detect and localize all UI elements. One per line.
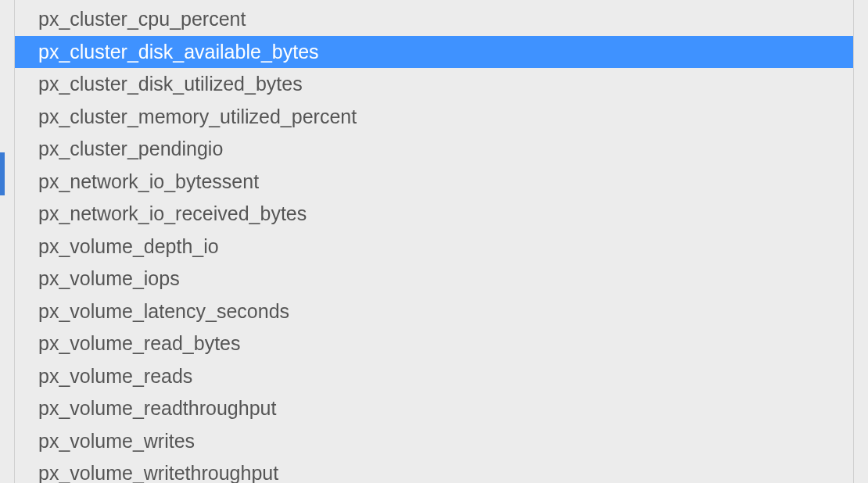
metric-suggestion-item[interactable]: px_cluster_disk_utilized_bytes (15, 68, 853, 101)
left-edge-indicator (0, 152, 5, 195)
metric-suggestion-item[interactable]: px_volume_latency_seconds (15, 295, 853, 328)
metric-suggestion-item[interactable]: px_network_io_bytessent (15, 166, 853, 199)
metric-suggestion-item[interactable]: px_cluster_cpu_percent (15, 3, 853, 36)
metric-suggestion-item[interactable]: px_volume_readthroughput (15, 392, 853, 425)
metric-suggestion-item[interactable]: px_volume_iops (15, 263, 853, 295)
metric-suggestion-item[interactable]: px_volume_depth_io (15, 231, 853, 263)
metric-suggestion-item[interactable]: px_volume_reads (15, 360, 853, 393)
metric-suggestion-item[interactable]: px_cluster_disk_available_bytes (15, 36, 853, 69)
metric-suggestion-item[interactable]: px_volume_writethroughput (15, 457, 853, 483)
metric-suggestion-item[interactable]: px_volume_read_bytes (15, 327, 853, 360)
metric-suggestion-item[interactable]: px_volume_writes (15, 425, 853, 458)
metric-suggestion-item[interactable]: px_network_io_received_bytes (15, 198, 853, 231)
autocomplete-dropdown: px_cluster_cpu_percentpx_cluster_disk_av… (14, 0, 854, 483)
metric-suggestion-list: px_cluster_cpu_percentpx_cluster_disk_av… (15, 0, 853, 483)
metric-suggestion-item[interactable]: px_cluster_memory_utilized_percent (15, 101, 853, 134)
metric-suggestion-item[interactable]: px_cluster_pendingio (15, 133, 853, 166)
